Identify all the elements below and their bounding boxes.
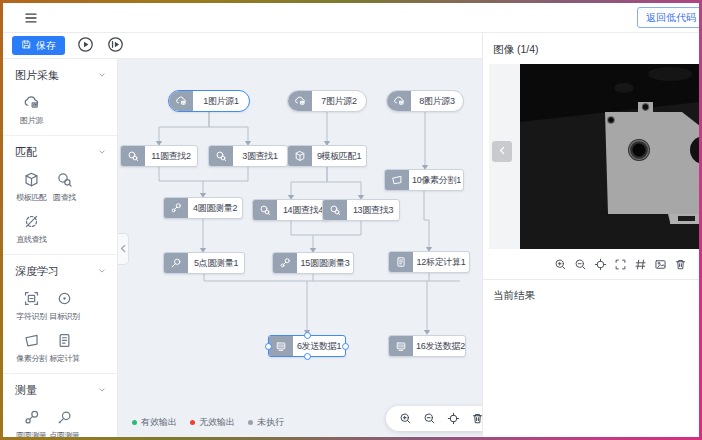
- run-button[interactable]: [76, 36, 95, 55]
- segment-icon: [385, 170, 409, 190]
- flow-node-label: 4圆圆测量2: [188, 198, 242, 218]
- measure-pc-icon: [55, 408, 74, 427]
- device-icon: [389, 336, 413, 356]
- save-button[interactable]: 保存: [12, 36, 65, 55]
- back-to-lowcode-button[interactable]: 返回低代码: [637, 7, 699, 28]
- legend-dot: [190, 420, 195, 425]
- chevron-down-icon: [97, 266, 107, 276]
- current-result-title: 当前结果: [483, 280, 699, 312]
- flow-node-label: 5点圆测量1: [188, 253, 244, 273]
- sidebar-item-target[interactable]: 目标识别: [48, 289, 81, 322]
- zoom-out-icon[interactable]: [574, 258, 587, 271]
- flow-node[interactable]: 15圆圆测量3: [272, 252, 354, 274]
- tool-sidebar: 图片采集图片源匹配模板匹配圆查找直线查找深度学习字符识别目标识别像素分割标定计算…: [3, 59, 118, 437]
- flow-node[interactable]: 3圆查找1: [208, 145, 288, 167]
- device-icon: [269, 336, 293, 356]
- flow-node-label: 15圆圆测量3: [297, 253, 353, 273]
- zoom-in-icon[interactable]: [554, 258, 567, 271]
- cloud-image-icon: [169, 91, 193, 111]
- sidebar-section-header[interactable]: 图片采集: [15, 67, 107, 83]
- flow-node[interactable]: 13圆查找3: [322, 199, 400, 221]
- sidebar-section-header[interactable]: 测量: [15, 382, 107, 398]
- flow-node-label: 13圆查找3: [347, 200, 399, 220]
- measure-cc-icon: [22, 408, 41, 427]
- sidebar-item-circle-find[interactable]: 圆查找: [48, 170, 81, 203]
- chevron-left-icon: [118, 240, 129, 258]
- flow-node[interactable]: 4圆圆测量2: [163, 197, 243, 219]
- sidebar-section-title: 匹配: [15, 145, 37, 160]
- target-icon: [55, 289, 74, 308]
- chevron-down-icon: [97, 70, 107, 80]
- sidebar-item-label: 模板匹配: [16, 192, 46, 203]
- sidebar-section-header[interactable]: 深度学习: [15, 263, 107, 279]
- flow-node[interactable]: 11圆查找2: [120, 145, 198, 167]
- flow-node[interactable]: 7图片源2: [287, 90, 367, 112]
- prev-image-button[interactable]: [492, 141, 512, 162]
- sidebar-item-label: 像素分割: [16, 353, 46, 364]
- flow-node-label: 9模板匹配1: [312, 146, 366, 166]
- run-once-button[interactable]: [106, 36, 125, 55]
- sidebar-section-1: 匹配模板匹配圆查找直线查找: [3, 136, 117, 255]
- zoom-in-icon[interactable]: [399, 412, 412, 425]
- sidebar-section-header[interactable]: 匹配: [15, 144, 107, 160]
- legend-label: 无效输出: [199, 416, 235, 429]
- flow-node[interactable]: 1图片源1: [168, 90, 250, 112]
- screen-recording-border: 返回低代码 保存 图片采集图片源匹配模板匹配圆查找直线查找深度学习字符识别目标识…: [0, 0, 702, 440]
- circle-find-icon: [121, 146, 145, 166]
- measure-cc-icon: [273, 253, 297, 273]
- connection-handle[interactable]: [265, 343, 272, 350]
- trash-icon[interactable]: [471, 412, 482, 425]
- flow-node[interactable]: 5点圆测量1: [163, 252, 245, 274]
- connection-handle[interactable]: [342, 343, 349, 350]
- flow-canvas[interactable]: 有效输出无效输出未执行 1图片源17图片源28图片源311圆查找23圆查找19模…: [118, 59, 482, 437]
- flow-node[interactable]: 10像素分割1: [384, 169, 464, 191]
- flow-node[interactable]: 16发送数据2: [388, 335, 466, 357]
- flow-node[interactable]: 8图片源3: [386, 90, 464, 112]
- legend-item: 未执行: [248, 416, 284, 429]
- sidebar-section-title: 深度学习: [15, 264, 59, 279]
- grid-icon[interactable]: [634, 258, 647, 271]
- flow-node[interactable]: 14圆查找4: [252, 199, 330, 221]
- camera-image-scene: [520, 64, 699, 249]
- vision-flow-app: 返回低代码 保存 图片采集图片源匹配模板匹配圆查找直线查找深度学习字符识别目标识…: [3, 3, 699, 437]
- sidebar-item-cube[interactable]: 模板匹配: [15, 170, 48, 203]
- circle-find-icon: [323, 200, 347, 220]
- flow-node-label: 11圆查找2: [145, 146, 197, 166]
- locate-icon[interactable]: [447, 412, 460, 425]
- compare-icon[interactable]: [654, 258, 667, 271]
- legend-item: 无效输出: [190, 416, 235, 429]
- sidebar-item-calc-doc[interactable]: 标定计算: [48, 331, 81, 364]
- flow-node-label: 3圆查找1: [233, 146, 287, 166]
- locate-icon[interactable]: [594, 258, 607, 271]
- image-toolbar: [483, 249, 699, 279]
- legend-label: 有效输出: [141, 416, 177, 429]
- image-viewer: [489, 64, 699, 249]
- connection-handle[interactable]: [304, 353, 311, 360]
- flow-node-label: 12标定计算1: [413, 252, 469, 272]
- legend-label: 未执行: [257, 416, 284, 429]
- fullscreen-icon[interactable]: [614, 258, 627, 271]
- flow-node-label: 10像素分割1: [409, 170, 464, 190]
- save-icon: [21, 39, 32, 52]
- menu-icon[interactable]: [23, 10, 39, 26]
- collapse-sidebar-handle[interactable]: [118, 233, 129, 265]
- trash-icon[interactable]: [674, 258, 687, 271]
- sidebar-item-ocr[interactable]: 字符识别: [15, 289, 48, 322]
- sidebar-item-measure-cc[interactable]: 圆圆测量: [15, 408, 48, 437]
- zoom-out-icon[interactable]: [423, 412, 436, 425]
- calc-doc-icon: [389, 252, 413, 272]
- flow-node-label: 16发送数据2: [413, 336, 468, 356]
- flow-node[interactable]: 12标定计算1: [388, 251, 470, 273]
- camera-image[interactable]: [520, 64, 699, 249]
- measure-pc-icon: [164, 253, 188, 273]
- sidebar-item-segment[interactable]: 像素分割: [15, 331, 48, 364]
- sidebar-item-measure-pc[interactable]: 点圆测量: [48, 408, 81, 437]
- sidebar-item-cloud-image[interactable]: 图片源: [15, 93, 48, 126]
- legend-dot: [248, 420, 253, 425]
- sidebar-item-line-find[interactable]: 直线查找: [15, 212, 48, 245]
- connection-handle[interactable]: [304, 332, 311, 339]
- legend-item: 有效输出: [132, 416, 177, 429]
- flow-node[interactable]: 6发送数据1: [268, 335, 346, 357]
- flow-edges: [118, 59, 482, 437]
- flow-node[interactable]: 9模板匹配1: [287, 145, 367, 167]
